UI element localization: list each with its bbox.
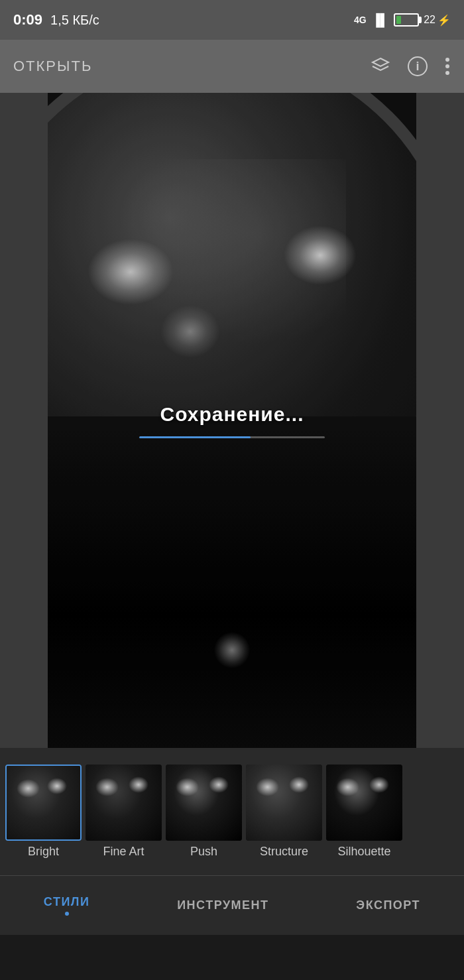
svg-text:i: i bbox=[416, 60, 419, 73]
filter-fineart[interactable]: Fine Art bbox=[86, 765, 162, 859]
nav-export-label: ЭКСПОРТ bbox=[356, 898, 420, 912]
lower-dark-area bbox=[48, 416, 416, 748]
nav-styles-label: СТИЛИ bbox=[44, 895, 90, 909]
status-left: 0:09 1,5 КБ/с bbox=[13, 11, 99, 29]
filter-bright[interactable]: Bright bbox=[5, 765, 82, 859]
filter-bright-thumbnail bbox=[5, 765, 82, 841]
nav-instrument[interactable]: ИНСТРУМЕНТ bbox=[161, 898, 284, 912]
info-button[interactable]: i bbox=[407, 56, 428, 77]
battery-indicator: 22 ⚡ bbox=[394, 13, 451, 27]
nav-styles[interactable]: СТИЛИ bbox=[28, 895, 106, 916]
nav-instrument-label: ИНСТРУМЕНТ bbox=[177, 898, 268, 912]
battery-fill bbox=[396, 16, 401, 24]
svg-point-4 bbox=[445, 71, 449, 75]
photo-background: Сохранение... bbox=[48, 93, 416, 748]
battery-charging-icon: ⚡ bbox=[437, 14, 451, 27]
svg-point-3 bbox=[445, 64, 449, 68]
info-icon: i bbox=[407, 56, 428, 77]
status-bar: 0:09 1,5 КБ/с 4G ▐▌ 22 ⚡ bbox=[0, 0, 464, 40]
status-right: 4G ▐▌ 22 ⚡ bbox=[354, 13, 451, 27]
open-button[interactable]: ОТКРЫТЬ bbox=[13, 58, 92, 75]
toolbar-actions: i bbox=[370, 56, 451, 77]
filter-silhouette[interactable]: Silhouette bbox=[326, 765, 402, 859]
filter-bright-label: Bright bbox=[28, 845, 59, 859]
signal-4g-label: 4G bbox=[354, 15, 367, 25]
layers-icon bbox=[370, 56, 391, 77]
image-area: Сохранение... bbox=[0, 93, 464, 748]
network-speed: 1,5 КБ/с bbox=[50, 13, 99, 28]
toolbar: ОТКРЫТЬ i bbox=[0, 40, 464, 93]
side-grey-left bbox=[0, 186, 48, 748]
egg-highlight-2 bbox=[284, 225, 357, 285]
filter-structure-label: Structure bbox=[260, 845, 308, 859]
bottom-nav: СТИЛИ ИНСТРУМЕНТ ЭКСПОРТ bbox=[0, 875, 464, 935]
filter-fineart-label: Fine Art bbox=[103, 845, 144, 859]
filter-silhouette-thumbnail bbox=[326, 765, 402, 841]
signal-bars-icon: ▐▌ bbox=[372, 13, 389, 27]
nav-styles-underline bbox=[65, 912, 69, 916]
filter-strip: Bright Fine Art Push Structure bbox=[0, 748, 464, 875]
battery-box bbox=[394, 13, 419, 27]
filter-structure[interactable]: Structure bbox=[246, 765, 322, 859]
svg-point-2 bbox=[445, 58, 449, 62]
filter-push-label: Push bbox=[190, 845, 217, 859]
filter-silhouette-label: Silhouette bbox=[337, 845, 390, 859]
side-grey-right bbox=[416, 186, 464, 748]
more-button[interactable] bbox=[444, 56, 451, 77]
filter-fineart-thumbnail bbox=[86, 765, 162, 841]
filter-push-thumbnail bbox=[166, 765, 242, 841]
nav-export[interactable]: ЭКСПОРТ bbox=[340, 898, 436, 912]
battery-percent: 22 bbox=[424, 14, 435, 26]
egg-highlight-1 bbox=[87, 239, 174, 305]
more-icon bbox=[444, 56, 451, 77]
filter-push[interactable]: Push bbox=[166, 765, 242, 859]
layers-button[interactable] bbox=[370, 56, 391, 77]
egg-highlight-3 bbox=[160, 305, 220, 358]
bottom-light-spot bbox=[214, 632, 251, 668]
filter-structure-thumbnail bbox=[246, 765, 322, 841]
status-time: 0:09 bbox=[13, 11, 42, 29]
